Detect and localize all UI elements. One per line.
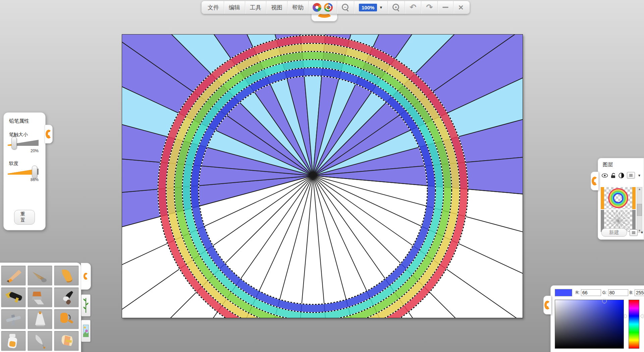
zoom-in-button[interactable]: +	[388, 1, 405, 14]
airbrush-icon	[4, 311, 23, 327]
unlock-icon[interactable]	[611, 173, 616, 178]
softness-thumb[interactable]	[32, 166, 37, 178]
scene-stamp-icon	[83, 322, 89, 340]
g-label: G:	[602, 290, 607, 295]
tool-quill-knife[interactable]	[28, 331, 52, 351]
drawing-canvas[interactable]	[122, 34, 523, 318]
tools-panel-handle[interactable]	[81, 263, 91, 290]
ink-brush-icon	[57, 290, 76, 305]
softness-slider[interactable]	[8, 169, 39, 175]
scene-stamp-button[interactable]	[81, 320, 91, 342]
menu-tools[interactable]: 工具	[245, 1, 266, 14]
menu-file[interactable]: 文件	[203, 1, 224, 14]
layer-menu-caret-icon[interactable]: ▼	[638, 174, 641, 177]
pencil-icon	[4, 268, 23, 283]
layers-footer-menu-button[interactable]	[630, 229, 638, 236]
crayon-icon	[57, 268, 76, 283]
layer-list	[601, 187, 636, 233]
canvas-artwork	[122, 35, 523, 318]
softness-label: 软度	[9, 161, 45, 167]
menu-tools-label: 工具	[250, 4, 261, 11]
pencil-panel-title: 铅笔属性	[9, 118, 45, 124]
r-input[interactable]	[581, 289, 601, 296]
redo-icon: ↷	[426, 3, 433, 11]
g-input[interactable]	[608, 289, 628, 296]
main-toolbar: 文件 编辑 工具 视图 帮助 − 100% ▼ + ↶ ↷ ×	[201, 1, 470, 14]
hue-marker-left-icon[interactable]	[625, 314, 627, 318]
zoom-dropdown-caret-icon[interactable]: ▼	[379, 5, 383, 9]
rainbow-ring-thumbnail	[607, 188, 629, 209]
visibility-eye-icon[interactable]	[601, 173, 608, 178]
scroll-up-icon[interactable]: ▲	[638, 187, 641, 191]
close-icon: ×	[458, 3, 463, 12]
menu-edit-label: 编辑	[229, 4, 240, 11]
eraser-icon	[57, 333, 76, 349]
b-label: B:	[630, 290, 633, 295]
zoom-level-control[interactable]: 100% ▼	[354, 1, 388, 14]
tool-airbrush[interactable]	[1, 309, 26, 329]
blend-half-circle-icon[interactable]	[619, 173, 624, 178]
menu-edit[interactable]: 编辑	[224, 1, 245, 14]
tool-fountain-pen[interactable]	[1, 287, 26, 307]
close-button[interactable]: ×	[453, 1, 468, 14]
tool-crayon[interactable]	[54, 266, 79, 286]
toolbar-drag-handle[interactable]	[311, 13, 337, 21]
layers-panel: 图层 ▼ ▲ ▼ 新建 ▼	[598, 158, 644, 240]
minimize-button[interactable]	[438, 1, 453, 14]
tool-grid	[0, 263, 81, 351]
b-input[interactable]	[635, 289, 644, 296]
brush-size-thumb[interactable]	[11, 137, 17, 150]
tool-paint-roller[interactable]	[54, 309, 79, 329]
paint-roller-icon	[57, 311, 76, 327]
redo-button[interactable]: ↷	[421, 1, 438, 14]
tool-pastel-stick[interactable]	[28, 266, 52, 286]
fountain-pen-icon	[4, 290, 23, 305]
magnifier-minus-icon: −	[342, 4, 349, 11]
zoom-out-button[interactable]: −	[337, 1, 354, 14]
undo-button[interactable]: ↶	[405, 1, 421, 14]
palette-knife-icon	[31, 311, 49, 327]
tool-flat-brush[interactable]	[28, 287, 52, 307]
tool-ink-brush[interactable]	[54, 287, 79, 307]
magnifier-plus-icon: +	[392, 4, 400, 11]
tool-eraser[interactable]	[54, 331, 79, 351]
clown-ear-icon	[84, 273, 88, 280]
tool-paint-bottle[interactable]	[1, 331, 26, 351]
layers-footer: 新建 ▼	[601, 228, 644, 237]
layer-item-rainbow-ring[interactable]	[601, 187, 636, 209]
pencil-panel-handle[interactable]	[45, 125, 53, 143]
tools-panel	[0, 262, 81, 352]
mascot-face	[309, 1, 337, 14]
zoom-level-value[interactable]: 100%	[359, 4, 377, 11]
scrollbar-thumb[interactable]	[637, 204, 642, 216]
menu-view-label: 视图	[271, 4, 282, 11]
r-label: R:	[576, 290, 580, 295]
menu-view[interactable]: 视图	[266, 1, 287, 14]
brush-size-slider[interactable]	[8, 140, 39, 146]
clown-ear-icon	[544, 301, 550, 309]
flat-brush-icon	[31, 290, 49, 305]
plant-stamp-button[interactable]	[81, 294, 91, 316]
layers-footer-caret-icon[interactable]: ▼	[640, 231, 644, 234]
color-panel-handle[interactable]	[543, 296, 551, 314]
layer-menu-button[interactable]	[627, 172, 635, 179]
rgb-row: R: G: B:	[555, 289, 644, 296]
hue-marker-right-icon[interactable]	[640, 314, 643, 318]
menu-lines-icon	[632, 231, 636, 234]
new-layer-button[interactable]: 新建	[601, 228, 627, 237]
menu-help[interactable]: 帮助	[287, 1, 309, 14]
color-panel: R: G: B:	[550, 285, 644, 352]
layer-scrollbar[interactable]: ▲ ▼	[637, 187, 642, 233]
hue-slider[interactable]	[629, 300, 639, 349]
layers-panel-handle[interactable]	[591, 172, 599, 190]
undo-icon: ↶	[410, 3, 416, 11]
layers-panel-title: 图层	[603, 162, 644, 168]
current-color-swatch	[555, 289, 572, 296]
tool-palette-knife[interactable]	[28, 309, 52, 329]
sv-picker-marker[interactable]	[602, 299, 607, 303]
plant-stamp-icon	[83, 297, 89, 314]
tool-pencil[interactable]	[1, 266, 26, 286]
softness-fill	[8, 169, 34, 175]
saturation-value-picker[interactable]	[555, 300, 624, 349]
reset-button[interactable]: 重置	[14, 210, 35, 225]
